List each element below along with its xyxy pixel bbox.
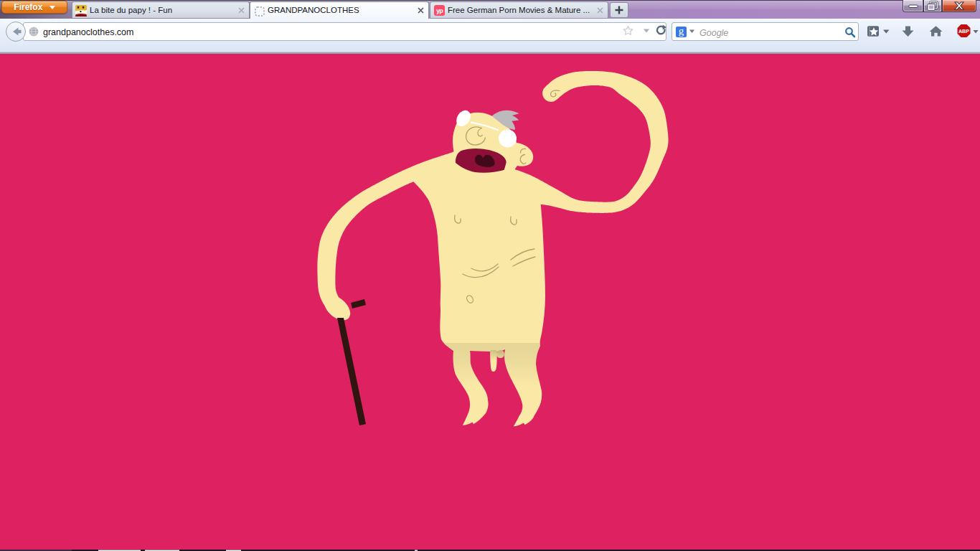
svg-text:ABP: ABP bbox=[958, 28, 969, 34]
svg-text:yp: yp bbox=[436, 7, 443, 14]
